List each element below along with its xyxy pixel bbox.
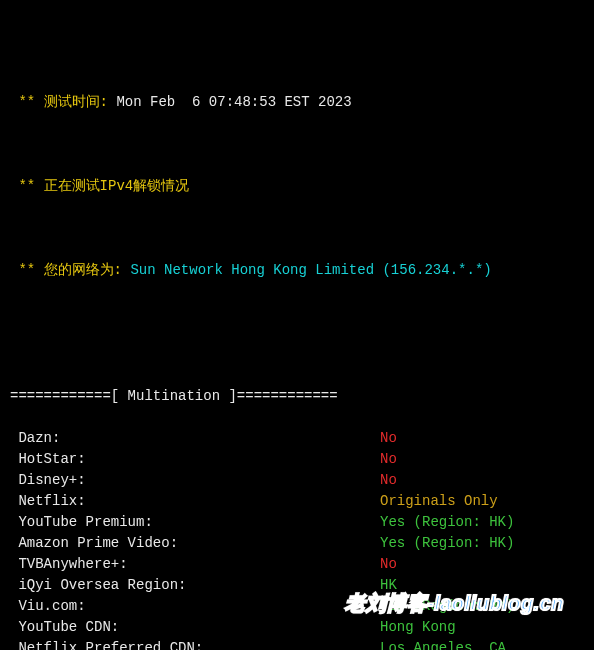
service-label: TVBAnywhere+: bbox=[10, 554, 380, 575]
service-label: YouTube Premium: bbox=[10, 512, 380, 533]
service-label: YouTube CDN: bbox=[10, 617, 380, 638]
network-value: Sun Network Hong Kong Limited (156.234.*… bbox=[130, 262, 491, 278]
service-status: Hong Kong bbox=[380, 619, 456, 635]
service-label: Netflix Preferred CDN: bbox=[10, 638, 380, 650]
service-label: Dazn: bbox=[10, 428, 380, 449]
result-row: TVBAnywhere+:No bbox=[10, 554, 584, 575]
service-status: No bbox=[380, 430, 397, 446]
result-row: Netflix Preferred CDN:Los Angeles, CA bbox=[10, 638, 584, 650]
service-label: Viu.com: bbox=[10, 596, 380, 617]
section-divider-multination: ============[ Multination ]============ bbox=[10, 386, 584, 407]
service-label: Amazon Prime Video: bbox=[10, 533, 380, 554]
ipv4-testing-line: ** 正在测试IPv4解锁情况 bbox=[10, 176, 584, 197]
blank-line bbox=[10, 344, 584, 365]
service-label: HotStar: bbox=[10, 449, 380, 470]
result-row: HotStar:No bbox=[10, 449, 584, 470]
service-status: Yes (Region: HK) bbox=[380, 535, 514, 551]
test-time-label: ** 测试时间: bbox=[10, 94, 116, 110]
watermark: 老刘博客-laoliublog.cn bbox=[345, 588, 564, 618]
service-label: Disney+: bbox=[10, 470, 380, 491]
result-row: YouTube CDN:Hong Kong bbox=[10, 617, 584, 638]
service-label: Netflix: bbox=[10, 491, 380, 512]
service-status: Los Angeles, CA bbox=[380, 640, 523, 650]
result-row: Netflix:Originals Only bbox=[10, 491, 584, 512]
network-label: ** 您的网络为: bbox=[10, 262, 130, 278]
service-status: No bbox=[380, 556, 397, 572]
service-label: iQyi Oversea Region: bbox=[10, 575, 380, 596]
result-row: Dazn:No bbox=[10, 428, 584, 449]
blank-line bbox=[10, 302, 584, 323]
result-row: YouTube Premium:Yes (Region: HK) bbox=[10, 512, 584, 533]
service-status: Originals Only bbox=[380, 493, 498, 509]
test-time-line: ** 测试时间: Mon Feb 6 07:48:53 EST 2023 bbox=[10, 92, 584, 113]
service-status: No bbox=[380, 451, 397, 467]
result-row: Amazon Prime Video:Yes (Region: HK) bbox=[10, 533, 584, 554]
test-time-value: Mon Feb 6 07:48:53 EST 2023 bbox=[116, 94, 351, 110]
result-row: Disney+:No bbox=[10, 470, 584, 491]
service-status: Yes (Region: HK) bbox=[380, 514, 514, 530]
blank-line bbox=[10, 218, 584, 239]
network-line: ** 您的网络为: Sun Network Hong Kong Limited … bbox=[10, 260, 584, 281]
service-status: No bbox=[380, 472, 397, 488]
blank-line bbox=[10, 134, 584, 155]
